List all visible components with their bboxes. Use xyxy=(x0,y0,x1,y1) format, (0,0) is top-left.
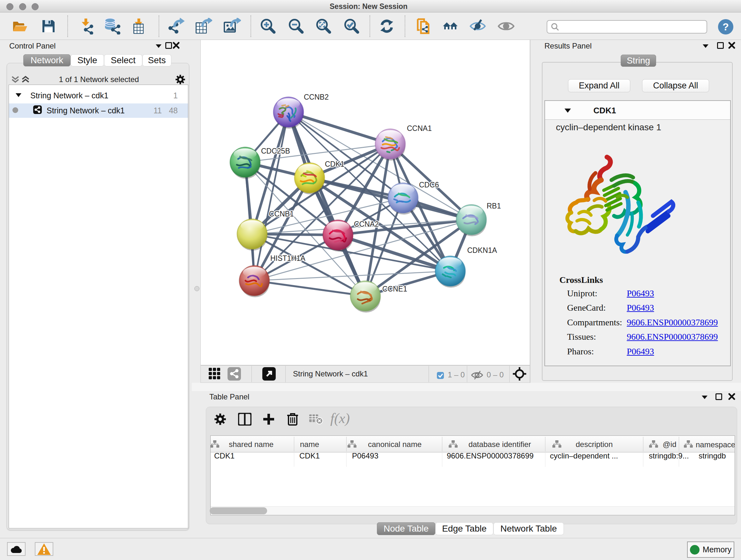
svg-text:RB1: RB1 xyxy=(487,202,501,210)
svg-text:CDKN1A: CDKN1A xyxy=(467,246,497,254)
svg-text:CCNB2: CCNB2 xyxy=(304,93,329,101)
svg-text:CDC25B: CDC25B xyxy=(261,147,290,155)
svg-text:HIST1H1A: HIST1H1A xyxy=(270,254,306,262)
svg-text:CCNA2: CCNA2 xyxy=(354,220,379,228)
svg-text:CCNB1: CCNB1 xyxy=(269,210,294,218)
svg-text:CDK1: CDK1 xyxy=(325,160,344,168)
svg-text:?: ? xyxy=(723,21,729,33)
svg-text:CCNA1: CCNA1 xyxy=(407,124,432,132)
svg-text:CDC6: CDC6 xyxy=(419,181,439,189)
svg-text:CCNE1: CCNE1 xyxy=(382,285,407,293)
